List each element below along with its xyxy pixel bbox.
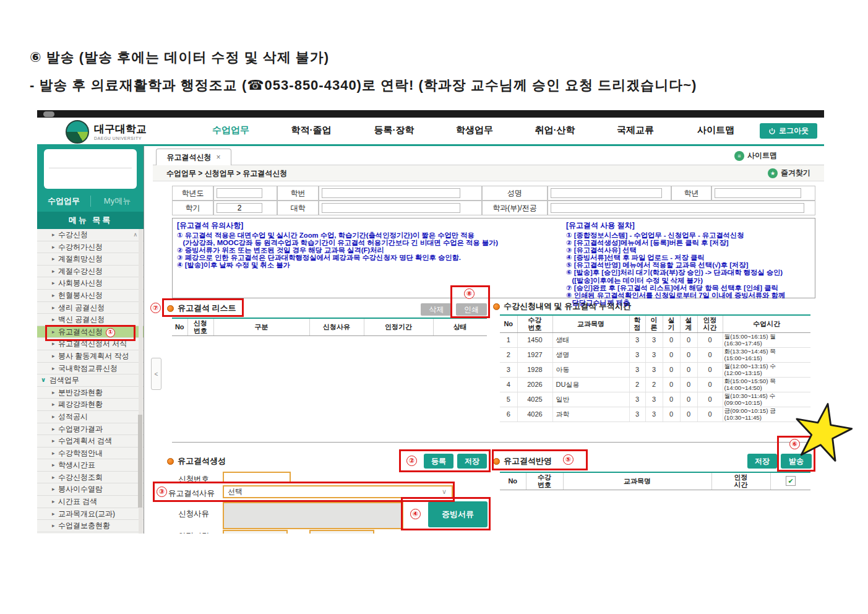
delete-button[interactable]: 삭제: [421, 303, 452, 316]
sidebar-tab-classwork[interactable]: 수업업무: [37, 196, 91, 207]
table-cell: 0: [663, 378, 680, 392]
column-header: 설 계: [680, 315, 697, 333]
sidebar-item[interactable]: ▸수강허가신청: [37, 241, 144, 254]
sidebar: 수업업무 My메뉴 메뉴 목록 ▸수강신청▸수강허가신청▸계절희망신청▸계절수강…: [37, 146, 144, 534]
sidebar-item[interactable]: ▸수업평가결과: [37, 423, 144, 436]
nav-item-sitemap[interactable]: 사이트맵: [682, 124, 750, 136]
sidebar-item[interactable]: ▸시간표 검색: [37, 496, 144, 508]
nav-item-international[interactable]: 국제교류: [601, 124, 669, 136]
table-row[interactable]: 31928아동33000월(12:00~13:15) 수(12:00~13:15…: [500, 363, 810, 378]
evidence-button[interactable]: 증빙서류: [428, 501, 488, 527]
sidebar-item[interactable]: ▸수업결보충현황: [37, 520, 144, 532]
sidebar-item[interactable]: ▸수강학점안내: [37, 448, 144, 460]
absence-reason-select[interactable]: 선택 ∨: [223, 485, 453, 498]
name-input[interactable]: [551, 188, 662, 198]
sidebar-collapse-handle[interactable]: <: [151, 358, 161, 390]
enrollment-table: No수강 번호교과목명학 점이 론실 기설 계인정 시간수업시간 11450생태…: [500, 314, 810, 422]
sidebar-item[interactable]: ▸헌혈봉사신청: [37, 290, 144, 302]
table-row[interactable]: 11450생태33000월(15:00~16:15) 월(16:30~17:45…: [500, 333, 810, 348]
college-input[interactable]: [322, 203, 460, 213]
sidebar-item[interactable]: ▸성적공시: [37, 411, 144, 423]
sidebar-item-label: 성적공시: [58, 412, 88, 421]
annotation-number-4: ④: [410, 509, 421, 519]
sidebar-scrollbar-thumb[interactable]: [138, 415, 142, 508]
selected-option: 선택: [228, 486, 243, 497]
sidebar-item-label: 생리 공결신청: [58, 303, 105, 312]
period-start-input[interactable]: [223, 530, 288, 534]
notice-precautions: [유고결석 유의사항] ① 유고결석 적용은 대면수업 및 실시간 Zoom 수…: [177, 220, 523, 269]
sidebar-item[interactable]: ▸봉사 활동계획서 작성: [37, 350, 144, 363]
sidebar-item[interactable]: ▸수업계획서 검색: [37, 435, 144, 448]
table-cell: 3: [645, 392, 663, 407]
nav-item-classwork[interactable]: 수업업무: [197, 124, 265, 136]
university-name-en: DAEGU UNIVERSITY: [94, 136, 147, 141]
sidebar-tab-mymenu[interactable]: My메뉴: [91, 196, 144, 207]
grade-label: 학년: [671, 186, 711, 201]
table-row[interactable]: 54025일반33000월(10:30~11:45) 수(09:00~10:15…: [500, 392, 810, 407]
nav-item-registration[interactable]: 등록·장학: [360, 124, 428, 136]
sidebar-item-label: 수업평가결과: [58, 425, 103, 433]
sidebar-item[interactable]: ▸분반강좌현황: [37, 387, 144, 399]
sitemap-link[interactable]: ≡ 사이트맵: [734, 150, 777, 161]
table-cell: 0: [663, 363, 680, 378]
annotation-number-7: ⑦: [150, 303, 161, 313]
scroll-up-icon[interactable]: ∧: [133, 231, 137, 238]
period-label: 인정기간: [178, 531, 209, 534]
grade-input[interactable]: [715, 188, 801, 198]
sidebar-item[interactable]: ▸봉사이수열람: [37, 483, 144, 496]
sidebar-item[interactable]: ▸유고결석신청서 서식: [37, 338, 144, 350]
sidebar-item[interactable]: ▸학생시간표: [37, 459, 144, 472]
sidebar-item[interactable]: ▸사회봉사신청: [37, 277, 144, 290]
register-button[interactable]: 등록: [424, 454, 453, 469]
term-input[interactable]: [217, 203, 262, 213]
logout-label: 로그아웃: [779, 126, 809, 136]
college-label: 대학: [277, 201, 319, 215]
period-end-input[interactable]: [309, 530, 374, 534]
table-cell: 과학: [552, 407, 629, 422]
sidebar-item-label: 수업계획서 검색: [58, 436, 112, 445]
nav-item-records[interactable]: 학적·졸업: [277, 124, 345, 136]
sidebar-scrollbar[interactable]: [139, 229, 143, 534]
sidebar-item[interactable]: ▸수강신청: [37, 229, 144, 241]
sidebar-item[interactable]: ▸유고결석신청①: [37, 326, 144, 339]
apply-save-button[interactable]: 저장: [747, 454, 777, 469]
sidebar-item[interactable]: ▸수강신청조회: [37, 472, 144, 484]
column-header: 인정 시간: [697, 315, 723, 333]
table-row[interactable]: 21927생명33000화(13:30~14:45) 목(15:00~16:15…: [500, 348, 810, 363]
logout-button[interactable]: 로그아웃: [760, 123, 817, 139]
table-cell: 5: [500, 392, 517, 407]
year-input[interactable]: [217, 188, 262, 198]
nav-item-student-affairs[interactable]: 학생업무: [440, 124, 509, 136]
section-bullet-icon: [167, 458, 174, 465]
sidebar-item-label: 백신 공결신청: [58, 315, 105, 324]
table-cell: 3: [645, 348, 663, 363]
dept-input[interactable]: [551, 203, 804, 213]
nav-item-career[interactable]: 취업·산학: [521, 124, 589, 136]
sidebar-item[interactable]: ▸교과목개요(교과): [37, 508, 144, 521]
reason-detail-textarea[interactable]: [223, 502, 403, 529]
student-id-input[interactable]: [322, 188, 460, 198]
table-cell: 4: [500, 378, 517, 392]
favorite-button[interactable]: ★ 즐겨찾기: [768, 168, 810, 178]
tab-absence-application[interactable]: 유고결석신청 ×: [156, 149, 231, 165]
sidebar-item[interactable]: ▸계절수강신청: [37, 266, 144, 278]
chevron-right-icon: ▸: [52, 459, 55, 471]
sidebar-item-label: 수강신청: [58, 230, 88, 239]
sidebar-item[interactable]: ▸계절희망신청: [37, 253, 144, 266]
column-header: No: [500, 472, 526, 490]
tab-close-icon[interactable]: ×: [216, 153, 220, 162]
sidebar-item[interactable]: ▸생리 공결신청: [37, 302, 144, 314]
name-label: 성명: [482, 186, 548, 201]
absence-apply-table: No수강 번호교과목명인정 시간: [500, 472, 810, 490]
select-all-checkbox[interactable]: ✔: [786, 476, 796, 486]
sidebar-item[interactable]: ∨검색업무: [37, 374, 144, 387]
create-save-button[interactable]: 저장: [457, 454, 487, 469]
apply-no-input[interactable]: [224, 475, 290, 484]
print-button[interactable]: 인쇄: [456, 303, 487, 316]
sidebar-item[interactable]: ▸국내학점교류신청: [37, 363, 144, 375]
table-row[interactable]: 64026과학33000금(09:00~10:15) 금(10:30~11:45…: [500, 407, 810, 422]
table-row[interactable]: 42026DU실용22000화(15:00~15:50) 목(14:00~14:…: [500, 378, 810, 392]
chevron-right-icon: ▸: [52, 302, 55, 314]
sidebar-item-label: 수강신청조회: [58, 473, 103, 482]
sidebar-item[interactable]: ▸폐강강좌현황: [37, 399, 144, 411]
